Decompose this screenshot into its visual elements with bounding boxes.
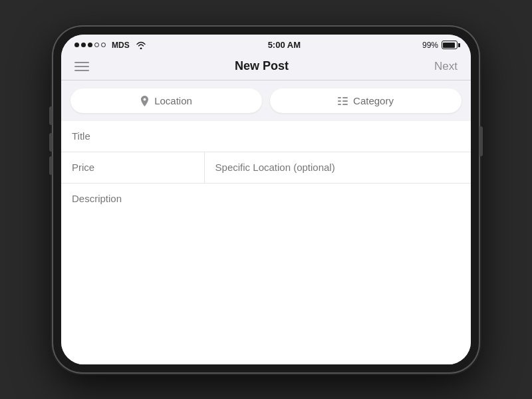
hamburger-line-3	[74, 70, 89, 71]
hamburger-line-1	[74, 62, 89, 63]
svg-rect-0	[338, 97, 341, 98]
description-input[interactable]	[72, 193, 460, 204]
menu-button[interactable]	[74, 62, 89, 71]
title-field-row	[61, 121, 471, 152]
next-button[interactable]: Next	[434, 60, 458, 73]
page-title: New Post	[235, 59, 289, 73]
battery-fill	[443, 43, 454, 48]
signal-dot-1	[74, 43, 79, 47]
filter-row: Location Category	[61, 80, 471, 121]
description-row	[61, 184, 471, 364]
location-filter-label: Location	[154, 95, 192, 106]
battery-percentage: 99%	[422, 41, 438, 50]
pin-icon	[140, 96, 149, 106]
phone-frame: MDS 5:00 AM 99% New Po	[53, 27, 479, 372]
hamburger-line-2	[74, 66, 89, 67]
location-filter-button[interactable]: Location	[70, 88, 262, 113]
signal-dot-3	[88, 43, 92, 47]
title-input[interactable]	[72, 130, 460, 142]
category-filter-label: Category	[353, 95, 394, 106]
status-bar: MDS 5:00 AM 99%	[61, 35, 471, 54]
specific-location-col	[205, 152, 471, 183]
signal-dots	[74, 43, 106, 47]
specific-location-input[interactable]	[215, 162, 460, 173]
wifi-icon	[136, 41, 146, 49]
nav-bar: New Post Next	[61, 54, 471, 80]
category-filter-button[interactable]: Category	[270, 88, 462, 113]
price-col	[61, 152, 205, 183]
svg-rect-1	[342, 97, 348, 98]
screen: MDS 5:00 AM 99% New Po	[61, 35, 471, 364]
form-area	[61, 121, 471, 364]
price-input[interactable]	[72, 162, 194, 173]
battery-icon	[442, 41, 458, 49]
status-right: 99%	[422, 41, 458, 50]
signal-dot-5	[101, 43, 106, 47]
svg-rect-4	[338, 104, 341, 105]
category-icon	[338, 97, 348, 105]
status-time: 5:00 AM	[268, 40, 301, 50]
signal-dot-4	[94, 43, 99, 47]
svg-rect-2	[338, 100, 341, 102]
svg-rect-3	[342, 100, 348, 102]
carrier-label: MDS	[112, 41, 130, 50]
price-location-row	[61, 152, 471, 184]
svg-rect-5	[342, 104, 348, 105]
status-left: MDS	[74, 41, 146, 50]
signal-dot-2	[81, 43, 86, 47]
